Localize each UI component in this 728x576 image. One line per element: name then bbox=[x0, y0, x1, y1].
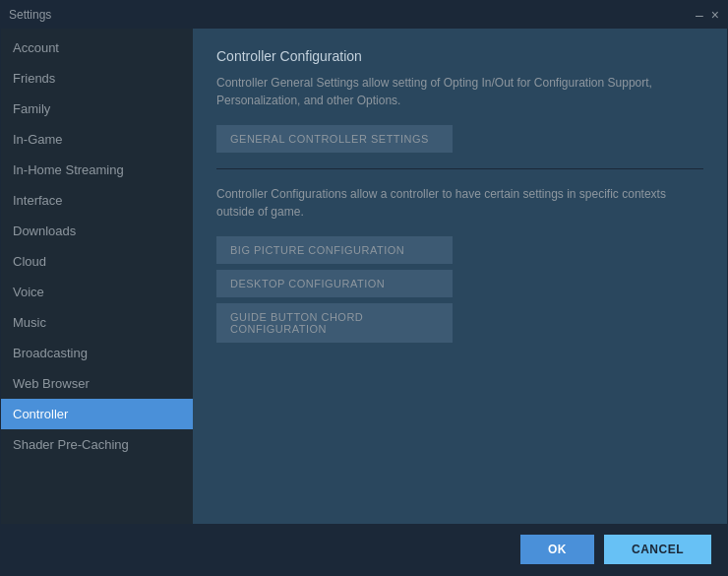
big-picture-config-button[interactable]: BIG PICTURE CONFIGURATION bbox=[216, 236, 453, 264]
sidebar-item-cloud[interactable]: Cloud bbox=[1, 246, 193, 277]
window-title: Settings bbox=[9, 8, 51, 22]
sidebar-item-downloads[interactable]: Downloads bbox=[1, 216, 193, 246]
sidebar-item-family[interactable]: Family bbox=[1, 94, 193, 124]
sidebar-item-in-game[interactable]: In-Game bbox=[1, 124, 193, 155]
sidebar-item-broadcasting[interactable]: Broadcasting bbox=[1, 338, 193, 368]
ok-button[interactable]: OK bbox=[520, 535, 594, 564]
close-button[interactable]: × bbox=[711, 8, 719, 22]
sidebar-item-voice[interactable]: Voice bbox=[1, 277, 193, 307]
sidebar: AccountFriendsFamilyIn-GameIn-Home Strea… bbox=[1, 29, 193, 524]
general-description: Controller General Settings allow settin… bbox=[216, 74, 703, 109]
content-area: AccountFriendsFamilyIn-GameIn-Home Strea… bbox=[1, 29, 727, 524]
title-bar: Settings – × bbox=[1, 1, 727, 29]
desktop-config-button[interactable]: DESKTOP CONFIGURATION bbox=[216, 270, 453, 297]
separator bbox=[216, 168, 703, 169]
sidebar-item-shader-pre-caching[interactable]: Shader Pre-Caching bbox=[1, 429, 193, 460]
section-title: Controller Configuration bbox=[216, 48, 703, 64]
title-bar-controls: – × bbox=[696, 8, 719, 22]
sidebar-item-web-browser[interactable]: Web Browser bbox=[1, 368, 193, 399]
guide-button-chord-config-button[interactable]: GUIDE BUTTON CHORD CONFIGURATION bbox=[216, 303, 453, 343]
configs-description: Controller Configurations allow a contro… bbox=[216, 185, 703, 221]
general-controller-settings-button[interactable]: GENERAL CONTROLLER SETTINGS bbox=[216, 125, 453, 153]
main-panel: Controller Configuration Controller Gene… bbox=[193, 29, 727, 524]
sidebar-item-music[interactable]: Music bbox=[1, 307, 193, 338]
cancel-button[interactable]: CANCEL bbox=[604, 535, 711, 564]
sidebar-item-in-home-streaming[interactable]: In-Home Streaming bbox=[1, 155, 193, 185]
minimize-button[interactable]: – bbox=[696, 8, 703, 22]
sidebar-item-account[interactable]: Account bbox=[1, 32, 193, 63]
bottom-bar: OK CANCEL bbox=[1, 524, 727, 575]
settings-window: Settings – × AccountFriendsFamilyIn-Game… bbox=[0, 0, 728, 576]
sidebar-item-interface[interactable]: Interface bbox=[1, 185, 193, 216]
config-buttons-container: BIG PICTURE CONFIGURATIONDESKTOP CONFIGU… bbox=[216, 236, 703, 343]
sidebar-item-controller[interactable]: Controller bbox=[1, 399, 193, 429]
sidebar-item-friends[interactable]: Friends bbox=[1, 63, 193, 94]
